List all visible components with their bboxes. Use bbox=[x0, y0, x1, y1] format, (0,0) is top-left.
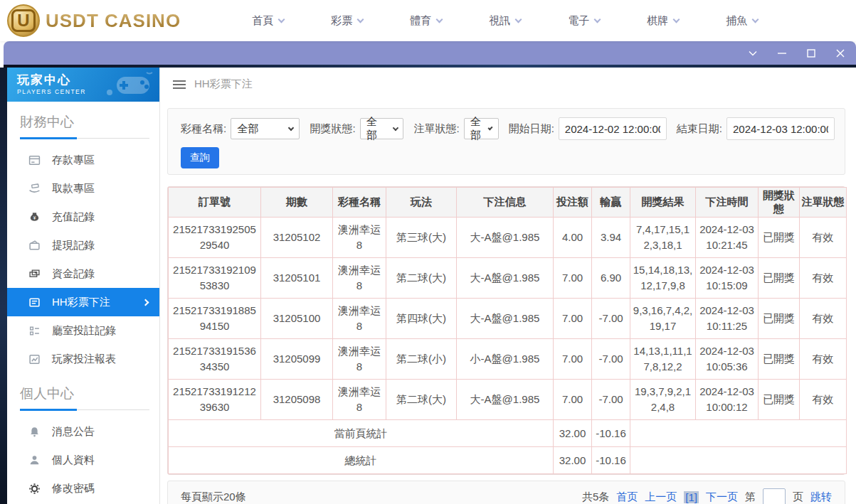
nav-item-fishing[interactable]: 捕魚 bbox=[726, 14, 758, 28]
window-minimize-button[interactable] bbox=[773, 45, 791, 61]
select-value: 全部 bbox=[366, 115, 386, 142]
lottery-name-select[interactable]: 全部 bbox=[231, 118, 300, 139]
chevron-down-icon bbox=[752, 16, 759, 23]
section-personal-center: 個人中心 bbox=[20, 385, 149, 410]
sidebar-item-funds-record[interactable]: 資金記錄 bbox=[7, 259, 159, 288]
sidebar-item-recharge-record[interactable]: ¥ 充值記錄 bbox=[7, 203, 159, 231]
menu-toggle-icon[interactable] bbox=[173, 78, 186, 91]
sidebar-item-room-bet-record[interactable]: 廳室投註記錄 bbox=[7, 316, 159, 345]
col-order-no: 訂單號 bbox=[169, 188, 261, 218]
sidebar-item-deposit[interactable]: 存款專區 bbox=[7, 146, 159, 174]
main-menu: 首頁 彩票 體育 視訊 電子 棋牌 捕魚 bbox=[252, 14, 758, 28]
cell-win-loss: -7.00 bbox=[592, 339, 630, 380]
nav-item-sports[interactable]: 體育 bbox=[410, 14, 442, 28]
sidebar-item-label: 資金記錄 bbox=[52, 267, 95, 281]
nav-item-chess[interactable]: 棋牌 bbox=[647, 14, 679, 28]
col-order-status: 注單狀態 bbox=[800, 188, 847, 218]
cell-bet-amount: 7.00 bbox=[554, 380, 592, 420]
banknotes-icon bbox=[28, 268, 41, 280]
chevron-down-icon bbox=[278, 16, 285, 23]
chevron-down-icon bbox=[357, 16, 364, 23]
sidebar-header: 玩家中心 PLAYERS CENTER bbox=[7, 68, 159, 102]
summary-label: 總統計 bbox=[169, 447, 554, 474]
draw-status-select[interactable]: 全部 bbox=[360, 118, 404, 139]
section-finance-center: 財務中心 bbox=[20, 113, 149, 139]
jump-button[interactable]: 跳转 bbox=[810, 490, 832, 504]
window-collapse-button[interactable] bbox=[744, 45, 761, 61]
cell-draw-result: 14,13,1,11,17,8,12,2 bbox=[630, 339, 696, 380]
cell-lottery-name: 澳洲幸运8 bbox=[333, 339, 386, 380]
cell-order-status: 有效 bbox=[800, 258, 847, 299]
chevron-down-icon bbox=[594, 16, 601, 23]
nav-item-home[interactable]: 首頁 bbox=[252, 14, 284, 28]
sidebar-item-announcements[interactable]: 消息公告 bbox=[7, 417, 159, 446]
sidebar-item-label: 存款專區 bbox=[52, 154, 95, 167]
cell-order-status: 有效 bbox=[800, 218, 847, 258]
page-summary-row: 當前頁統計 32.00 -10.16 bbox=[169, 420, 847, 447]
summary-win-total: -10.16 bbox=[592, 447, 630, 474]
window-close-button[interactable] bbox=[832, 45, 849, 61]
sidebar-item-label: 玩家投注報表 bbox=[52, 353, 116, 366]
cell-bet-info: 大-A盤@1.985 bbox=[457, 218, 554, 258]
nav-item-lottery[interactable]: 彩票 bbox=[331, 14, 363, 28]
window-titlebar bbox=[4, 41, 856, 65]
search-button[interactable]: 查詢 bbox=[181, 147, 219, 168]
chevron-down-icon bbox=[747, 48, 759, 59]
table-header-row: 訂單號 期數 彩種名稱 玩法 下注信息 投注額 輸贏 開獎結果 下注時間 開獎狀… bbox=[169, 188, 847, 218]
draw-status-label: 開獎狀態: bbox=[310, 122, 355, 136]
person-icon bbox=[28, 454, 41, 466]
cell-period: 31205102 bbox=[261, 218, 333, 258]
wallet-icon bbox=[28, 240, 41, 252]
sidebar-item-withdraw[interactable]: 取款專區 bbox=[7, 174, 159, 203]
logo-letter: U bbox=[11, 9, 35, 32]
sidebar-item-label: 個人資料 bbox=[52, 454, 95, 467]
bet-table: 訂單號 期數 彩種名稱 玩法 下注信息 投注額 輸贏 開獎結果 下注時間 開獎狀… bbox=[168, 187, 847, 474]
nav-item-live-video[interactable]: 視訊 bbox=[489, 14, 521, 28]
summary-bet-total: 32.00 bbox=[554, 447, 592, 474]
sidebar-item-label: HH彩票下注 bbox=[52, 296, 110, 309]
breadcrumb: HH彩票下注 bbox=[160, 68, 856, 101]
summary-empty bbox=[630, 447, 847, 474]
jump-suffix-label: 页 bbox=[793, 490, 803, 504]
prev-page-link[interactable]: 上一页 bbox=[645, 490, 677, 504]
sidebar-item-withdrawal-record[interactable]: 提現記錄 bbox=[7, 231, 159, 259]
end-date-input[interactable] bbox=[726, 117, 835, 140]
nav-item-slots[interactable]: 電子 bbox=[568, 14, 600, 28]
site-logo[interactable]: U USDT CASINO bbox=[7, 4, 181, 37]
chevron-down-icon bbox=[392, 125, 398, 131]
order-status-select[interactable]: 全部 bbox=[464, 118, 499, 139]
sidebar-item-change-password[interactable]: 修改密碼 bbox=[7, 474, 159, 503]
table-row: 2152173319188594150 31205100 澳洲幸运8 第四球(大… bbox=[169, 299, 847, 339]
cell-draw-status: 已開獎 bbox=[759, 299, 800, 339]
col-bet-time: 下注時間 bbox=[696, 188, 759, 218]
select-value: 全部 bbox=[237, 122, 258, 136]
col-period: 期數 bbox=[261, 188, 333, 218]
cell-lottery-name: 澳洲幸运8 bbox=[333, 380, 386, 420]
window-left-edge bbox=[0, 68, 7, 504]
window-maximize-button[interactable] bbox=[803, 45, 820, 61]
cell-bet-info: 大-A盤@1.985 bbox=[457, 380, 554, 420]
next-page-link[interactable]: 下一页 bbox=[706, 490, 738, 504]
table-row: 2152173319153634350 31205099 澳洲幸运8 第二球(小… bbox=[169, 339, 847, 380]
end-date-label: 結束日期: bbox=[677, 122, 722, 136]
first-page-link[interactable]: 首页 bbox=[616, 490, 638, 504]
sidebar-item-profile[interactable]: 個人資料 bbox=[7, 446, 159, 474]
sidebar-item-player-bet-report[interactable]: 玩家投注報表 bbox=[7, 345, 159, 373]
sidebar-item-hh-lottery-bet[interactable]: HH彩票下注 bbox=[7, 288, 159, 316]
page-title: HH彩票下注 bbox=[194, 77, 253, 91]
page-jump-input[interactable] bbox=[763, 488, 786, 504]
cell-play-type: 第二球(小) bbox=[386, 339, 457, 380]
pagination-bar: 每頁顯示20條 共5条 首页 上一页 [1] 下一页 第 页 跳转 bbox=[167, 481, 845, 504]
personal-menu: 消息公告 個人資料 修改密碼 bbox=[7, 417, 159, 503]
filter-panel: 彩種名稱: 全部 開獎狀態: 全部 注單狀態: 全部 開始日期: 結束日期: bbox=[167, 108, 845, 175]
cell-draw-result: 9,3,16,7,4,2,19,17 bbox=[630, 299, 696, 339]
cell-bet-info: 小-A盤@1.985 bbox=[457, 339, 554, 380]
start-date-input[interactable] bbox=[559, 117, 667, 140]
cell-draw-status: 已開獎 bbox=[759, 218, 800, 258]
logo-coin-icon: U bbox=[7, 4, 40, 37]
cell-draw-result: 15,14,18,13,12,17,9,8 bbox=[630, 258, 696, 299]
cell-order-no: 2152173319250529540 bbox=[169, 218, 261, 258]
cell-lottery-name: 澳洲幸运8 bbox=[333, 218, 386, 258]
summary-label: 當前頁統計 bbox=[169, 420, 554, 447]
chevron-down-icon bbox=[436, 16, 443, 23]
